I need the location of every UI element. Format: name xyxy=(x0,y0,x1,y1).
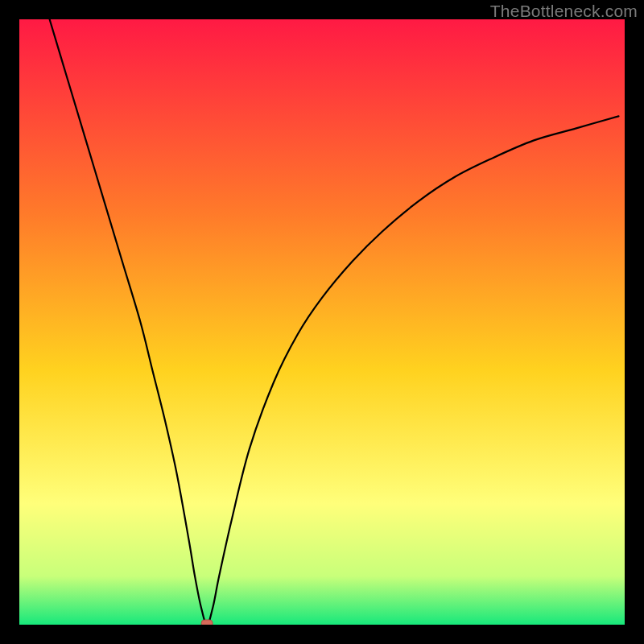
chart-frame xyxy=(19,19,625,625)
gradient-background xyxy=(19,19,625,625)
bottleneck-chart xyxy=(19,19,625,625)
minimum-marker xyxy=(201,620,213,625)
watermark-text: TheBottleneck.com xyxy=(490,2,638,21)
